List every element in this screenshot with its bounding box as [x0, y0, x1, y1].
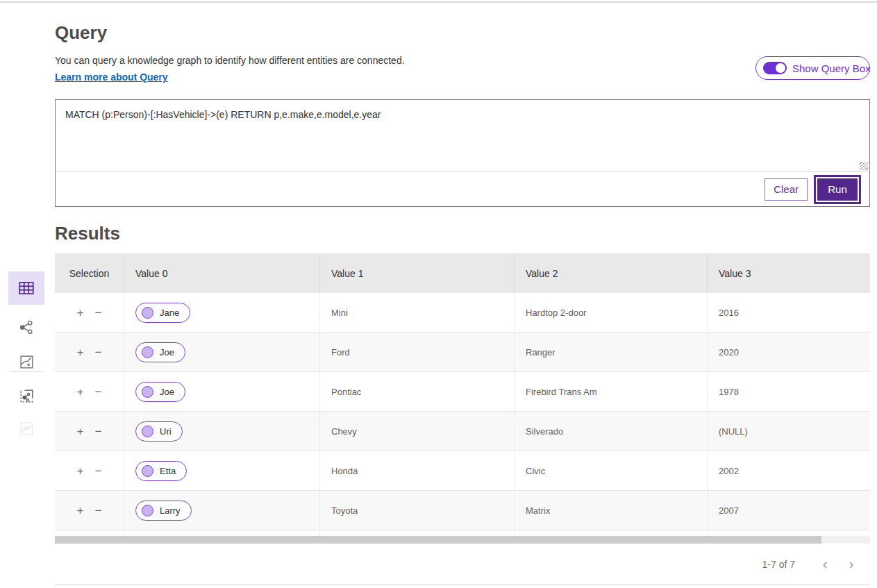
entity-name: Uri: [160, 426, 172, 437]
selection-cell: + −: [55, 333, 124, 371]
selection-cell: + −: [55, 372, 124, 411]
value3-cell: (NULL): [708, 412, 870, 451]
remove-from-selection-button[interactable]: −: [90, 462, 108, 480]
remove-from-selection-button[interactable]: −: [90, 422, 108, 440]
column-header-value0: Value 0: [124, 253, 320, 293]
entity-badge[interactable]: Joe: [135, 342, 185, 362]
learn-more-link[interactable]: Learn more about Query: [55, 72, 168, 83]
selection-cell: + −: [55, 451, 124, 490]
value1-text: Honda: [331, 466, 358, 476]
table-view-button[interactable]: [8, 271, 44, 305]
link-chart-view-icon: [19, 319, 35, 335]
map-view-button[interactable]: [8, 345, 44, 378]
remove-from-selection-button[interactable]: −: [90, 383, 108, 401]
value2-cell: Ranger: [515, 333, 708, 371]
value0-cell: Uri: [124, 412, 320, 451]
add-to-selection-button[interactable]: +: [72, 422, 90, 440]
previous-page-button[interactable]: ‹: [815, 554, 835, 575]
entity-name: Joe: [160, 347, 174, 358]
value3-text: 1978: [719, 387, 739, 397]
column-header-value2: Value 2: [515, 253, 708, 293]
entity-badge[interactable]: Uri: [135, 421, 183, 442]
page-title: Query: [55, 22, 107, 44]
view-switcher-divider: [10, 371, 43, 372]
map-view-icon: [19, 354, 35, 370]
value2-text: Silverado: [526, 426, 563, 437]
value2-text: Matrix: [526, 505, 550, 516]
value3-cell: 1978: [708, 372, 870, 411]
entity-name: Etta: [160, 466, 176, 476]
table-header-row: Selection Value 0 Value 1 Value 2 Value …: [55, 253, 870, 293]
value2-text: Hardtop 2-door: [526, 308, 586, 318]
add-to-selection-button[interactable]: +: [72, 501, 90, 519]
value1-cell: Mini: [320, 293, 515, 332]
value1-text: Ford: [331, 347, 350, 358]
node-icon: [142, 386, 153, 398]
node-icon: [142, 307, 153, 319]
value2-cell: Silverado: [515, 412, 708, 451]
add-to-selection-button[interactable]: +: [72, 343, 90, 361]
run-button[interactable]: Run: [817, 178, 858, 201]
table-row: + − Jane Mini Hardtop 2-door 2016: [55, 293, 870, 333]
selection-cell: + −: [55, 491, 124, 530]
value2-cell: Matrix: [515, 491, 708, 530]
remove-from-selection-button[interactable]: −: [90, 343, 108, 361]
add-to-selection-button[interactable]: +: [72, 462, 90, 480]
new-link-chart-button[interactable]: [8, 379, 44, 412]
query-input[interactable]: MATCH (p:Person)-[:HasVehicle]->(e) RETU…: [56, 100, 869, 171]
value0-cell: Jane: [124, 293, 320, 332]
remove-from-selection-button[interactable]: −: [90, 303, 108, 321]
table-row: + − Etta Honda Civic 2002: [55, 451, 870, 491]
selection-cell: + −: [55, 293, 124, 332]
value3-cell: 2020: [708, 333, 870, 371]
entity-name: Joe: [160, 387, 174, 397]
table-view-icon: [17, 279, 35, 297]
results-table: Selection Value 0 Value 1 Value 2 Value …: [55, 253, 870, 537]
value1-text: Pontiac: [331, 387, 361, 397]
entity-badge[interactable]: Larry: [135, 501, 192, 521]
value2-text: Civic: [526, 466, 545, 476]
value3-text: 2016: [719, 308, 739, 318]
entity-badge[interactable]: Etta: [135, 461, 187, 481]
clear-button[interactable]: Clear: [765, 178, 808, 201]
scrollbar-thumb[interactable]: [55, 536, 821, 544]
horizontal-scrollbar[interactable]: [55, 536, 870, 544]
results-footer: 1-7 of 7 ‹ ›: [55, 544, 870, 585]
link-chart-view-button[interactable]: [8, 310, 44, 344]
add-to-selection-button[interactable]: +: [72, 383, 90, 401]
query-editor: MATCH (p:Person)-[:HasVehicle]->(e) RETU…: [55, 99, 870, 207]
table-row: + − Joe Ford Ranger 2020: [55, 333, 870, 372]
value0-cell: Joe: [124, 333, 320, 371]
selection-cell: + −: [55, 412, 124, 451]
value1-cell: Toyota: [320, 491, 515, 530]
value1-cell: Honda: [320, 451, 515, 490]
value3-cell: 2002: [708, 451, 870, 490]
entity-badge[interactable]: Joe: [135, 382, 185, 402]
node-icon: [142, 505, 153, 516]
value3-text: (NULL): [719, 426, 748, 437]
add-to-selection-button[interactable]: +: [72, 303, 90, 321]
value2-cell: Civic: [515, 451, 708, 490]
value3-cell: 2007: [708, 491, 870, 530]
value3-text: 2007: [719, 505, 739, 516]
next-page-button[interactable]: ›: [841, 554, 862, 575]
table-body: + − Jane Mini Hardtop 2-door 2016 + − Jo…: [55, 293, 870, 530]
value0-cell: Joe: [124, 372, 320, 411]
value1-text: Mini: [331, 308, 348, 318]
new-map-icon: [19, 421, 35, 437]
table-row: + − Larry Toyota Matrix 2007: [55, 491, 870, 530]
toggle-switch-icon[interactable]: [763, 62, 787, 74]
resize-handle[interactable]: [860, 162, 868, 170]
value2-text: Ranger: [526, 347, 556, 358]
remove-from-selection-button[interactable]: −: [90, 501, 108, 519]
column-header-value3: Value 3: [708, 253, 870, 293]
value0-cell: Etta: [124, 451, 320, 490]
entity-badge[interactable]: Jane: [135, 303, 190, 323]
show-query-box-toggle[interactable]: Show Query Box: [755, 56, 870, 80]
pagination-range: 1-7 of 7: [762, 559, 795, 570]
table-row: + − Joe Pontiac Firebird Trans Am 1978: [55, 372, 870, 412]
value1-cell: Pontiac: [320, 372, 515, 411]
results-title: Results: [55, 223, 120, 244]
node-icon: [142, 465, 153, 477]
value3-cell: 2016: [708, 293, 870, 332]
